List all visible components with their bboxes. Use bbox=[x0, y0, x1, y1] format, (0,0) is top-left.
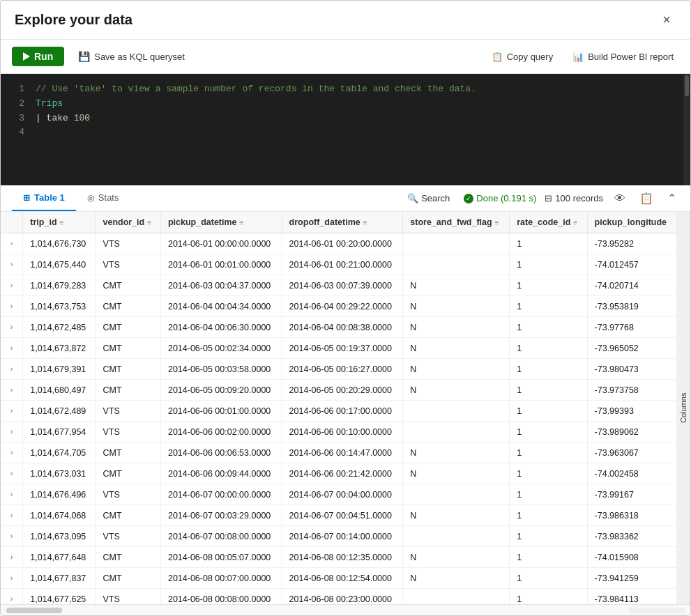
row-expand-button[interactable]: › bbox=[8, 489, 15, 500]
cell-pickup_longitude: -73.941259 bbox=[587, 568, 676, 589]
row-expand-button[interactable]: › bbox=[8, 468, 15, 479]
cell-dropoff_datetime: 2014-06-05 00:20:29.0000 bbox=[282, 380, 403, 401]
filter-icon-dropoff_datetime[interactable]: ≡ bbox=[363, 219, 367, 226]
cell-pickup_datetime: 2014-06-08 00:08:00.0000 bbox=[160, 589, 282, 605]
filter-icon-store_and_fwd_flag[interactable]: ≡ bbox=[495, 219, 499, 226]
code-editor[interactable]: 1 // Use 'take' to view a sample number … bbox=[1, 74, 690, 185]
cell-dropoff_datetime: 2014-06-05 00:19:37.0000 bbox=[282, 338, 403, 359]
cell-vendor_id: CMT bbox=[96, 442, 160, 463]
table-row: ›1,014,677,625VTS2014-06-08 00:08:00.000… bbox=[1, 589, 677, 605]
search-button[interactable]: 🔍 Search bbox=[402, 190, 455, 206]
status-label: Done (0.191 s) bbox=[476, 193, 536, 203]
cell-vendor_id: CMT bbox=[96, 317, 160, 338]
cell-store_and_fwd_flag: N bbox=[403, 463, 510, 484]
run-button[interactable]: Run bbox=[12, 47, 64, 66]
row-expand-button[interactable]: › bbox=[8, 573, 15, 583]
filter-icon-vendor_id[interactable]: ≡ bbox=[147, 219, 151, 226]
table-row: ›1,014,674,705CMT2014-06-06 00:06:53.000… bbox=[1, 442, 677, 463]
cell-trip_id: 1,014,679,391 bbox=[23, 359, 96, 380]
row-expand-button[interactable]: › bbox=[8, 238, 15, 249]
table-row: ›1,014,679,391CMT2014-06-05 00:03:58.000… bbox=[1, 359, 677, 380]
code-line-1: 1 // Use 'take' to view a sample number … bbox=[1, 82, 690, 97]
stats-icon: ◎ bbox=[87, 193, 94, 203]
build-power-bi-button[interactable]: 📊 Build Power BI report bbox=[567, 47, 679, 66]
save-queryset-button[interactable]: 💾 Save as KQL queryset bbox=[73, 47, 190, 66]
copy-query-button[interactable]: 📋 Copy query bbox=[486, 47, 559, 66]
cell-rate_code_id: 1 bbox=[510, 338, 587, 359]
row-expand-button[interactable]: › bbox=[8, 343, 15, 353]
row-expand-button[interactable]: › bbox=[8, 385, 15, 395]
cell-vendor_id: CMT bbox=[96, 338, 160, 359]
cell-rate_code_id: 1 bbox=[510, 463, 587, 484]
row-expand-button[interactable]: › bbox=[8, 280, 15, 291]
cell-trip_id: 1,014,673,872 bbox=[23, 338, 96, 359]
cell-dropoff_datetime: 2014-06-07 00:14:00.0000 bbox=[282, 526, 403, 547]
search-label: Search bbox=[421, 193, 450, 203]
clipboard-button[interactable]: 📋 bbox=[637, 189, 656, 208]
tab-table[interactable]: ⊞ Table 1 bbox=[12, 185, 76, 211]
row-expand-button[interactable]: › bbox=[8, 594, 15, 604]
cell-pickup_datetime: 2014-06-07 00:03:29.0000 bbox=[160, 505, 282, 526]
cell-vendor_id: CMT bbox=[96, 463, 160, 484]
tabs-right: 🔍 Search ✓ Done (0.191 s) ⊟ 100 records … bbox=[402, 189, 679, 208]
cell-trip_id: 1,014,676,496 bbox=[23, 484, 96, 505]
records-info: ⊟ 100 records bbox=[545, 193, 603, 203]
row-expand-button[interactable]: › bbox=[8, 301, 15, 311]
close-button[interactable]: × bbox=[657, 9, 676, 31]
cell-store_and_fwd_flag: N bbox=[403, 317, 510, 338]
cell-rate_code_id: 1 bbox=[510, 526, 587, 547]
cell-trip_id: 1,014,672,485 bbox=[23, 317, 96, 338]
table-row: ›1,014,677,648CMT2014-06-08 00:05:07.000… bbox=[1, 547, 677, 568]
table-row: ›1,014,674,068CMT2014-06-07 00:03:29.000… bbox=[1, 505, 677, 526]
cell-pickup_longitude: -73.965052 bbox=[587, 338, 676, 359]
table-row: ›1,014,672,485CMT2014-06-04 00:06:30.000… bbox=[1, 317, 677, 338]
row-expand-button[interactable]: › bbox=[8, 426, 15, 437]
eye-button[interactable]: 👁 bbox=[612, 190, 628, 208]
col-pickup_longitude: pickup_longitude bbox=[587, 212, 676, 233]
line-num-2: 2 bbox=[1, 97, 36, 111]
cell-dropoff_datetime: 2014-06-06 00:14:47.0000 bbox=[282, 442, 403, 463]
records-label: 100 records bbox=[555, 193, 603, 203]
columns-panel-label[interactable]: Columns bbox=[677, 212, 690, 604]
collapse-button[interactable]: ⌃ bbox=[665, 189, 679, 208]
filter-icon-trip_id[interactable]: ≡ bbox=[60, 219, 64, 226]
bottom-scrollbar[interactable] bbox=[1, 604, 690, 615]
table-row: ›1,014,676,730VTS2014-06-01 00:00:00.000… bbox=[1, 233, 677, 254]
code-line-4: 4 bbox=[1, 125, 690, 140]
col-pickup_longitude-label: pickup_longitude bbox=[595, 217, 667, 227]
cell-store_and_fwd_flag bbox=[403, 254, 510, 275]
results-section: ⊞ Table 1 ◎ Stats 🔍 Search ✓ Done (0.191… bbox=[1, 185, 690, 615]
filter-icon-rate_code_id[interactable]: ≡ bbox=[573, 219, 577, 226]
col-trip_id-label: trip_id bbox=[30, 217, 56, 227]
row-expand-button[interactable]: › bbox=[8, 552, 15, 562]
cell-store_and_fwd_flag: N bbox=[403, 275, 510, 296]
cell-rate_code_id: 1 bbox=[510, 359, 587, 380]
row-expand-button[interactable]: › bbox=[8, 364, 15, 374]
tab-stats[interactable]: ◎ Stats bbox=[76, 185, 130, 211]
col-store_and_fwd_flag-label: store_and_fwd_flag bbox=[410, 217, 492, 227]
cell-trip_id: 1,014,673,753 bbox=[23, 296, 96, 317]
table-row: ›1,014,677,837CMT2014-06-08 00:07:00.000… bbox=[1, 568, 677, 589]
copy-label: Copy query bbox=[507, 52, 553, 62]
table-wrapper: trip_id ≡ vendor_id ≡ bbox=[1, 212, 690, 604]
cell-pickup_datetime: 2014-06-01 00:00:00.0000 bbox=[160, 233, 282, 254]
row-expand-button[interactable]: › bbox=[8, 259, 15, 270]
cell-pickup_longitude: -74.012457 bbox=[587, 254, 676, 275]
col-dropoff_datetime: dropoff_datetime ≡ bbox=[282, 212, 403, 233]
row-expand-button[interactable]: › bbox=[8, 531, 15, 541]
editor-scrollbar[interactable] bbox=[683, 74, 690, 185]
cell-store_and_fwd_flag bbox=[403, 484, 510, 505]
row-expand-button[interactable]: › bbox=[8, 322, 15, 332]
table-container[interactable]: trip_id ≡ vendor_id ≡ bbox=[1, 212, 677, 604]
cell-pickup_longitude: -73.95282 bbox=[587, 233, 676, 254]
horizontal-scroll-thumb[interactable] bbox=[6, 608, 62, 613]
cell-rate_code_id: 1 bbox=[510, 380, 587, 401]
cell-pickup_longitude: -73.986318 bbox=[587, 505, 676, 526]
filter-icon-pickup_datetime[interactable]: ≡ bbox=[240, 219, 244, 226]
row-expand-button[interactable]: › bbox=[8, 447, 15, 458]
row-expand-button[interactable]: › bbox=[8, 510, 15, 521]
table-body: ›1,014,676,730VTS2014-06-01 00:00:00.000… bbox=[1, 233, 677, 605]
cell-dropoff_datetime: 2014-06-01 00:20:00.0000 bbox=[282, 233, 403, 254]
row-expand-button[interactable]: › bbox=[8, 406, 15, 416]
cell-pickup_longitude: -73.963067 bbox=[587, 442, 676, 463]
